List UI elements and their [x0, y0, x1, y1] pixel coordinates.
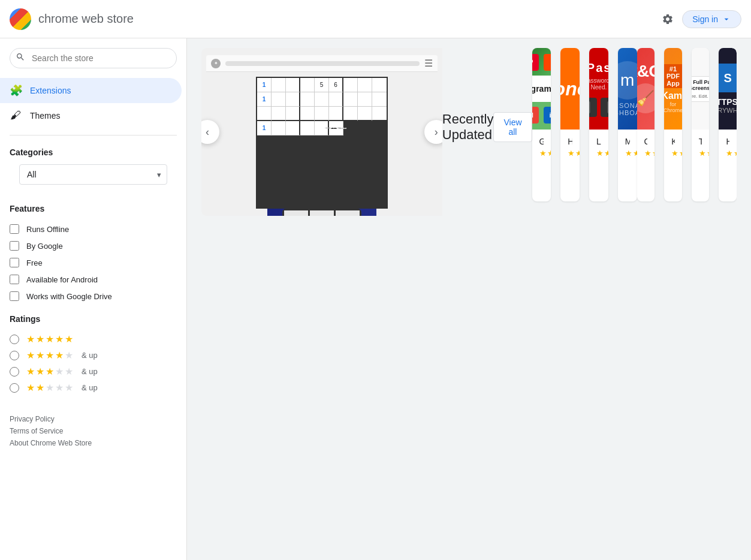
lastpass-logo: LastPass•••| The Last Password You'll Ev…	[589, 61, 608, 117]
search-box	[10, 48, 177, 68]
https-logo: S HTTPS:// EVERYWHERE	[719, 64, 737, 114]
main-content: ✦ ☰ 1 5 6	[187, 38, 751, 560]
app-title: chrome web store	[38, 12, 653, 26]
free-label: Free	[26, 258, 43, 267]
honey-logo: honey	[560, 78, 580, 100]
clickclean-name: Click&Clean	[644, 137, 648, 146]
rating-4-radio[interactable]	[10, 351, 19, 360]
carousel-brand: 1 2 3 6 5 4 7 8 9 Amazing Sudoku	[267, 209, 376, 216]
puzzle-icon: 🧩	[10, 84, 22, 97]
kami-name: Kami Extension - PDF and D...	[671, 137, 675, 146]
carousel-inner: ✦ ☰ 1 5 6	[201, 48, 737, 216]
features-section: Features Runs Offline By Google Free Ava…	[0, 199, 186, 309]
sidebar-item-extensions[interactable]: 🧩 Extensions	[0, 78, 182, 103]
honey-rating: ★★★★★ 130,262	[568, 149, 572, 158]
grammarly-text: grammarly	[532, 84, 551, 94]
2-stars: ★★★★★	[26, 382, 73, 393]
card-honey[interactable]: honey Honey ★★★★★ 130,262	[560, 48, 580, 201]
gmail-icon: M	[532, 107, 539, 124]
momentum-rating: ★★★★★ 13,796	[625, 149, 630, 158]
grammarly-rating: ★★★★★ 36,123	[539, 149, 544, 158]
by-google-label: By Google	[26, 242, 63, 251]
terms-of-service-link[interactable]: Terms of Service	[10, 427, 177, 435]
sign-in-label: Sign in	[692, 14, 718, 24]
card-lastpass[interactable]: LastPass•••| The Last Password You'll Ev…	[589, 48, 608, 201]
settings-icon[interactable]	[660, 12, 675, 26]
free-checkbox[interactable]	[10, 258, 19, 267]
4-stars: ★★★★★	[26, 350, 73, 361]
brush-icon: 🖌	[10, 109, 22, 122]
clickclean-rating: ★★★★★ 22,410	[644, 149, 648, 158]
app-header: chrome web store Sign in	[0, 0, 751, 38]
runs-offline-label: Runs Offline	[26, 225, 69, 234]
pinterest-icon: P	[532, 54, 539, 71]
feature-runs-offline[interactable]: Runs Offline	[10, 221, 177, 237]
sign-in-button[interactable]: Sign in	[682, 10, 741, 28]
grammarly-name: Grammarly for Chrome	[539, 137, 544, 146]
feature-works-google-drive[interactable]: Works with Google Drive	[10, 288, 177, 305]
card-grammarly[interactable]: Y P r B G grammarly f M in	[532, 48, 551, 201]
momentum-name: Momentum	[625, 137, 630, 146]
recently-updated-header: Recently Updated View all	[442, 48, 532, 206]
tabcapture-rating: ★★★★★ 9,200	[699, 149, 702, 158]
momentum-image: m PERSONAL DASHBOARD	[618, 48, 637, 130]
carousel: ✦ ☰ 1 5 6	[201, 48, 737, 216]
card-momentum[interactable]: m PERSONAL DASHBOARD Momentum ★★★★★ 13,7…	[618, 48, 637, 201]
lastpass-info: LastPass: Free Password Man... ★★★★★ 28,…	[589, 130, 608, 165]
sudoku-grid: 1 5 6 1	[256, 77, 388, 209]
works-google-drive-label: Works with Google Drive	[26, 292, 112, 301]
features-label: Features	[10, 204, 177, 213]
rating-5-radio[interactable]	[10, 335, 19, 344]
feature-available-android[interactable]: Available for Android	[10, 271, 177, 288]
cards-grid-row1: Y P r B G grammarly f M in	[532, 48, 637, 201]
rating-4-label: & up	[82, 351, 98, 360]
cards-grid-row2: Click&Clean 🧹 Click&Clean ★★★★★ 22,410	[637, 48, 737, 201]
available-android-checkbox[interactable]	[10, 275, 19, 284]
search-input[interactable]	[10, 48, 177, 68]
sudoku-icon: 1 2 3 6 5 4 7 8 9	[282, 209, 361, 216]
rating-4-up[interactable]: ★★★★★ & up	[10, 347, 177, 363]
tabcapture-info: Tab Welcomer Screenshot E... ★★★★★ 9,200	[692, 130, 710, 165]
rating-3-radio[interactable]	[10, 367, 19, 377]
category-select[interactable]: All	[19, 164, 167, 185]
lastpass-name: LastPass: Free Password Man...	[596, 137, 601, 146]
category-select-wrap: All ▾	[19, 164, 167, 185]
rating-2-up[interactable]: ★★★★★ & up	[10, 380, 177, 396]
lastpass-image: LastPass•••| The Last Password You'll Ev…	[589, 48, 608, 130]
tabcapture-image: PC Full Page Screenshots Capture. Edit. …	[692, 48, 710, 130]
card-clickclean[interactable]: Click&Clean 🧹 Click&Clean ★★★★★ 22,410	[637, 48, 655, 201]
grammarly-info: Grammarly for Chrome ★★★★★ 36,123	[532, 130, 551, 165]
https-rating: ★★★★★ 11,300	[726, 149, 729, 158]
5-stars: ★★★★★	[26, 333, 73, 345]
runs-offline-checkbox[interactable]	[10, 224, 19, 234]
card-kami[interactable]: #1 PDF App Kami for Chrome Kami Extensio…	[664, 48, 682, 201]
https-name: HTTPS Everywh...	[726, 137, 729, 146]
clickclean-logo: Click&Clean 🧹	[637, 62, 655, 116]
ratings-section: Ratings ★★★★★ ★★★★★ & up ★★★★★ & up	[0, 309, 186, 401]
honey-info: Honey ★★★★★ 130,262	[560, 130, 580, 165]
works-google-drive-checkbox[interactable]	[10, 291, 19, 301]
feature-by-google[interactable]: By Google	[10, 237, 177, 254]
search-icon	[16, 52, 25, 64]
lastpass-rating: ★★★★★ 28,574	[596, 149, 601, 158]
card-tabcapture[interactable]: PC Full Page Screenshots Capture. Edit. …	[692, 48, 710, 201]
https-image: S HTTPS:// EVERYWHERE	[719, 48, 737, 130]
about-link[interactable]: About Chrome Web Store	[10, 439, 177, 447]
honey-image: honey	[560, 48, 580, 130]
by-google-checkbox[interactable]	[10, 241, 19, 251]
card-https[interactable]: S HTTPS:// EVERYWHERE HTTPS Everywh... ★…	[719, 48, 737, 201]
sidebar-item-themes[interactable]: 🖌 Themes	[0, 103, 182, 128]
themes-label: Themes	[30, 111, 61, 121]
privacy-policy-link[interactable]: Privacy Policy	[10, 415, 177, 423]
feature-free[interactable]: Free	[10, 254, 177, 271]
rating-3-up[interactable]: ★★★★★ & up	[10, 363, 177, 380]
https-info: HTTPS Everywh... ★★★★★ 11,300	[719, 130, 737, 165]
rating-2-radio[interactable]	[10, 383, 19, 393]
view-all-button[interactable]: View all	[493, 112, 532, 142]
categories-label: Categories	[10, 147, 177, 157]
3-stars: ★★★★★	[26, 366, 73, 377]
kami-logo: #1 PDF App Kami for Chrome	[664, 64, 682, 113]
rating-5[interactable]: ★★★★★	[10, 331, 177, 347]
rating-3-label: & up	[82, 367, 98, 376]
honey-name: Honey	[568, 137, 572, 146]
